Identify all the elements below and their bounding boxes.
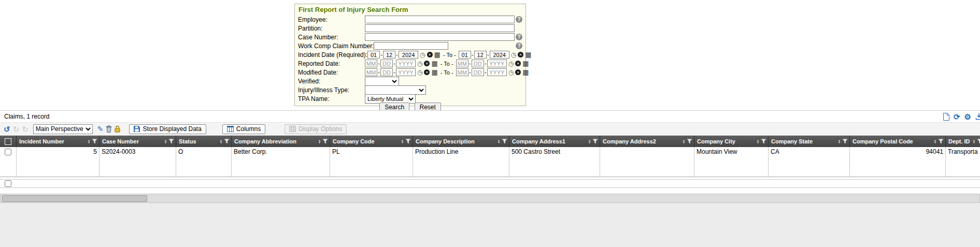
column-header[interactable]: Company Code▲▼ bbox=[330, 136, 413, 147]
help-icon[interactable]: ? bbox=[516, 34, 522, 40]
filter-icon[interactable] bbox=[977, 139, 980, 144]
reported-to-year-input[interactable] bbox=[487, 60, 507, 67]
injury-illness-type-select[interactable] bbox=[365, 85, 426, 95]
row-checkbox[interactable] bbox=[5, 149, 11, 155]
column-header[interactable]: Company Postal Code▲▼ bbox=[850, 136, 946, 147]
sort-icon[interactable]: ▲▼ bbox=[164, 139, 167, 144]
column-header[interactable]: Incident Number▲▼ bbox=[17, 136, 100, 147]
filter-icon[interactable] bbox=[405, 139, 411, 144]
reported-from-month-input[interactable] bbox=[365, 60, 377, 67]
filter-icon[interactable] bbox=[92, 139, 97, 144]
incident-to-month-input[interactable] bbox=[459, 51, 471, 59]
column-header[interactable]: Status▲▼ bbox=[176, 136, 232, 147]
tpa-name-select[interactable]: Liberty Mutual bbox=[365, 94, 416, 104]
horizontal-scrollbar[interactable] bbox=[0, 194, 980, 203]
calendar-icon[interactable]: ▦ bbox=[431, 69, 437, 76]
filter-icon[interactable] bbox=[687, 139, 692, 144]
reported-from-year-input[interactable] bbox=[396, 60, 416, 67]
incident-from-year-input[interactable] bbox=[399, 51, 418, 59]
clock-icon[interactable]: ◷ bbox=[417, 61, 422, 67]
column-header[interactable]: Company Address1▲▼ bbox=[509, 136, 600, 147]
verified-label: Verified: bbox=[298, 78, 365, 85]
case-number-input[interactable] bbox=[365, 33, 515, 41]
modified-from-day-input[interactable] bbox=[380, 68, 393, 76]
columns-button[interactable]: Columns bbox=[222, 124, 265, 134]
clock-icon[interactable]: ◷ bbox=[420, 52, 425, 58]
export-icon[interactable] bbox=[975, 113, 980, 120]
incident-to-day-input[interactable] bbox=[474, 51, 487, 59]
new-document-icon[interactable] bbox=[943, 113, 949, 121]
filter-icon[interactable] bbox=[322, 139, 328, 144]
sort-icon[interactable]: ▲▼ bbox=[683, 139, 685, 144]
help-icon[interactable]: ? bbox=[516, 16, 522, 23]
modified-from-year-input[interactable] bbox=[396, 68, 416, 76]
filter-icon[interactable] bbox=[761, 139, 766, 144]
column-header[interactable]: Company City▲▼ bbox=[694, 136, 769, 147]
employee-input[interactable] bbox=[365, 16, 515, 23]
gear-icon[interactable]: ⚙ bbox=[964, 113, 971, 121]
sort-icon[interactable]: ▲▼ bbox=[88, 139, 90, 144]
filter-icon[interactable] bbox=[938, 139, 944, 144]
sort-icon[interactable]: ▲▼ bbox=[973, 139, 975, 144]
store-displayed-data-button[interactable]: Store Displayed Data bbox=[129, 124, 206, 134]
modified-to-month-input[interactable] bbox=[456, 68, 468, 76]
delete-perspective-icon[interactable] bbox=[106, 125, 112, 133]
sort-icon[interactable]: ▲▼ bbox=[401, 139, 404, 144]
clock-icon[interactable]: ◷ bbox=[511, 52, 516, 58]
clear-icon[interactable]: ✕ bbox=[424, 61, 430, 66]
edit-perspective-icon[interactable]: ✎ bbox=[97, 125, 104, 133]
scrollbar-thumb[interactable] bbox=[2, 195, 147, 202]
calendar-icon[interactable]: ▦ bbox=[522, 69, 529, 76]
sort-icon[interactable]: ▲▼ bbox=[757, 139, 759, 144]
undo-icon[interactable]: ↺ bbox=[4, 125, 10, 133]
sort-icon[interactable]: ▲▼ bbox=[220, 139, 222, 144]
calendar-icon[interactable]: ▦ bbox=[434, 51, 441, 58]
clock-icon[interactable]: ◷ bbox=[508, 61, 514, 67]
reported-to-month-input[interactable] bbox=[456, 60, 468, 67]
clear-icon[interactable]: ✕ bbox=[515, 61, 521, 66]
help-icon[interactable]: ? bbox=[516, 42, 522, 49]
column-header[interactable]: Company Address2▲▼ bbox=[600, 136, 694, 147]
select-all-checkbox[interactable] bbox=[5, 138, 11, 145]
sort-icon[interactable]: ▲▼ bbox=[588, 139, 591, 144]
calendar-icon[interactable]: ▦ bbox=[431, 60, 437, 67]
perspective-select[interactable]: Main Perspective bbox=[33, 124, 93, 134]
clear-icon[interactable]: ✕ bbox=[424, 69, 430, 75]
table-row[interactable]: 5S2024-0003OBetter Corp.PLProduction Lin… bbox=[0, 147, 980, 177]
sort-icon[interactable]: ▲▼ bbox=[934, 139, 936, 144]
lock-icon[interactable] bbox=[115, 125, 120, 133]
sort-icon[interactable]: ▲▼ bbox=[318, 139, 321, 144]
calendar-icon[interactable]: ▦ bbox=[525, 51, 531, 58]
clear-icon[interactable]: ✕ bbox=[427, 52, 433, 57]
footer-checkbox[interactable] bbox=[5, 180, 11, 187]
clear-icon[interactable]: ✕ bbox=[518, 52, 523, 57]
work-comp-claim-number-input[interactable] bbox=[374, 42, 448, 50]
clock-icon[interactable]: ◷ bbox=[508, 69, 514, 76]
calendar-icon[interactable]: ▦ bbox=[522, 60, 529, 67]
modified-to-day-input[interactable] bbox=[472, 68, 484, 76]
column-header[interactable]: Dept. ID▲▼ bbox=[946, 136, 980, 147]
column-header[interactable]: Company Description▲▼ bbox=[413, 136, 509, 147]
incident-from-month-input[interactable] bbox=[367, 51, 380, 59]
filter-icon[interactable] bbox=[502, 139, 507, 144]
reported-from-day-input[interactable] bbox=[380, 60, 393, 67]
column-header[interactable]: Company State▲▼ bbox=[769, 136, 850, 147]
modified-to-year-input[interactable] bbox=[487, 68, 507, 76]
reported-to-day-input[interactable] bbox=[472, 60, 484, 67]
column-header[interactable]: Case Number▲▼ bbox=[100, 136, 176, 147]
refresh-icon[interactable]: ⟳ bbox=[954, 113, 960, 121]
modified-from-month-input[interactable] bbox=[365, 68, 377, 76]
incident-to-year-input[interactable] bbox=[490, 51, 509, 59]
column-header[interactable]: Company Abbreviation▲▼ bbox=[232, 136, 330, 147]
filter-icon[interactable] bbox=[224, 139, 230, 144]
clock-icon[interactable]: ◷ bbox=[417, 69, 422, 76]
filter-icon[interactable] bbox=[842, 139, 848, 144]
sort-icon[interactable]: ▲▼ bbox=[838, 139, 841, 144]
filter-icon[interactable] bbox=[592, 139, 598, 144]
clear-icon[interactable]: ✕ bbox=[515, 69, 521, 75]
sort-icon[interactable]: ▲▼ bbox=[498, 139, 500, 144]
partition-input[interactable] bbox=[365, 24, 515, 32]
incident-from-day-input[interactable] bbox=[383, 51, 395, 59]
filter-icon[interactable] bbox=[168, 139, 174, 144]
verified-select[interactable] bbox=[365, 77, 399, 86]
